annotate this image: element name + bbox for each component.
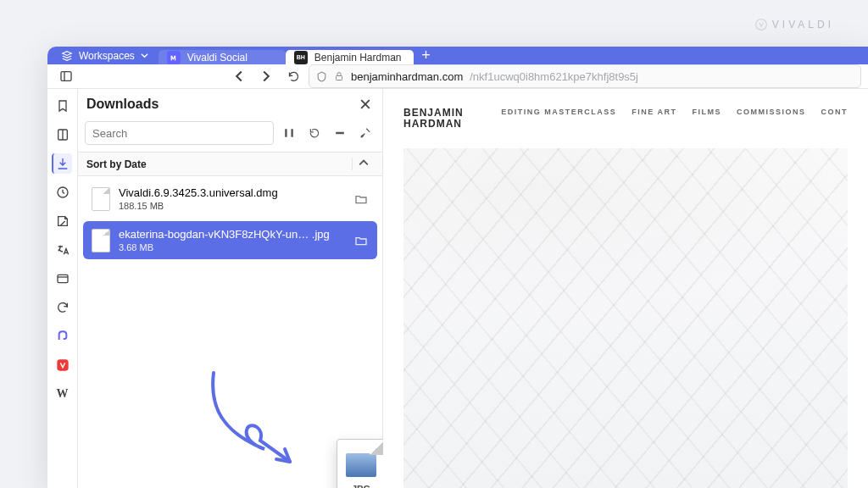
chevron-up-icon — [359, 158, 369, 168]
minus-icon — [335, 128, 345, 138]
download-item[interactable]: Vivaldi.6.9.3425.3.universal.dmg 188.15 … — [83, 180, 377, 218]
rail-notes[interactable] — [53, 211, 73, 231]
shield-icon — [316, 71, 327, 82]
nav-item[interactable]: FINE ART — [632, 108, 676, 116]
web-content: BENJAMIN HARDMAN EDITING MASTERCLASS FIN… — [383, 89, 868, 488]
url-path: /nkf1ucwq0i8hm621kpe7khfj8t9s5j — [470, 70, 638, 83]
rail-wikipedia[interactable]: W — [53, 384, 73, 404]
sort-label: Sort by Date — [86, 158, 147, 170]
svg-rect-9 — [57, 359, 68, 370]
sort-row[interactable]: Sort by Date — [78, 152, 382, 176]
sidebar-icon — [59, 69, 73, 83]
nav-item[interactable]: CONT — [821, 108, 849, 116]
svg-rect-7 — [58, 274, 68, 282]
mastodon-icon — [56, 330, 70, 343]
restart-icon — [309, 127, 320, 139]
rail-window[interactable] — [53, 269, 73, 289]
chevron-left-icon — [233, 70, 245, 82]
rail-sessions[interactable] — [53, 297, 73, 318]
downloads-panel: Downloads Sort by Date — [78, 89, 383, 488]
file-icon — [92, 187, 110, 211]
book-icon — [56, 128, 70, 141]
rail-downloads[interactable] — [52, 153, 72, 174]
download-item-selected[interactable]: ekaterina-bogdan-vKN3F8zHQkY-un… .jpg 3.… — [83, 221, 377, 259]
panel-title: Downloads — [86, 97, 159, 112]
svg-point-0 — [755, 19, 766, 30]
panel-close-button[interactable] — [357, 96, 374, 113]
url-host: benjaminhardman.com — [351, 70, 463, 83]
dragged-thumb — [346, 453, 376, 477]
lock-icon — [334, 71, 344, 81]
vivaldi-watermark: VIVALDI — [755, 19, 834, 30]
hero-image — [403, 148, 848, 488]
tab-vivaldi-social[interactable]: ᴍ Vivaldi Social — [159, 50, 286, 64]
download-filename: ekaterina-bogdan-vKN3F8zHQkY-un… .jpg — [119, 228, 345, 241]
nav-item[interactable]: EDITING MASTERCLASS — [501, 108, 616, 116]
mastodon-favicon-icon: ᴍ — [167, 51, 181, 64]
pause-all-button[interactable] — [279, 121, 299, 145]
folder-open-icon[interactable] — [353, 234, 369, 247]
clear-button[interactable] — [355, 121, 376, 145]
workspaces-icon — [61, 50, 73, 62]
notes-icon — [56, 214, 70, 228]
brand-line2: HARDMAN — [403, 119, 464, 130]
sort-toggle-button[interactable] — [352, 158, 374, 170]
tab-benjamin-hardman[interactable]: BH Benjamin Hardman — [286, 50, 414, 64]
window-icon — [56, 272, 70, 286]
bookmark-icon — [56, 99, 70, 113]
workspaces-button[interactable]: Workspaces — [51, 47, 159, 64]
body-area: W Downloads Sort by Date — [47, 89, 868, 488]
dragged-file-ext: JPG — [352, 484, 370, 488]
toolbar-row: benjaminhardman.com/nkf1ucwq0i8hm621kpe7… — [47, 64, 868, 89]
sync-icon — [56, 301, 70, 314]
rail-translate[interactable] — [53, 240, 73, 260]
folder-open-icon[interactable] — [353, 192, 369, 206]
download-filename: Vivaldi.6.9.3425.3.universal.dmg — [119, 186, 345, 199]
rail-history[interactable] — [53, 182, 73, 202]
watermark-text: VIVALDI — [772, 19, 834, 30]
svg-rect-1 — [61, 72, 71, 81]
tab-label: Benjamin Hardman — [314, 52, 402, 64]
address-bar[interactable]: benjaminhardman.com/nkf1ucwq0i8hm621kpe7… — [309, 64, 861, 88]
browser-window: Workspaces ᴍ Vivaldi Social BH Benjamin … — [47, 47, 868, 488]
rail-bookmarks[interactable] — [53, 96, 73, 116]
broom-icon — [359, 127, 371, 139]
dragged-file-preview: JPG — [337, 439, 386, 488]
file-icon — [92, 229, 110, 252]
reload-icon — [287, 70, 300, 83]
restart-button[interactable] — [304, 121, 325, 145]
download-icon — [56, 157, 70, 170]
vivaldi-icon — [56, 358, 70, 372]
panel-toggle-button[interactable] — [54, 64, 78, 88]
svg-rect-3 — [337, 76, 342, 80]
chevron-right-icon — [260, 70, 272, 82]
downloads-search-input[interactable] — [85, 121, 274, 145]
close-icon — [360, 99, 370, 109]
download-size: 188.15 MB — [119, 201, 345, 211]
site-header: BENJAMIN HARDMAN EDITING MASTERCLASS FIN… — [403, 108, 848, 130]
wikipedia-icon: W — [57, 387, 69, 401]
panel-tool-row — [78, 118, 382, 152]
tab-bar: Workspaces ᴍ Vivaldi Social BH Benjamin … — [47, 47, 868, 64]
translate-icon — [56, 243, 70, 257]
vivaldi-logo-icon — [755, 19, 767, 30]
drag-arrow-illustration — [171, 364, 324, 483]
reload-button[interactable] — [281, 64, 305, 88]
site-nav: EDITING MASTERCLASS FINE ART FILMS COMMI… — [501, 108, 848, 116]
remove-button[interactable] — [330, 121, 350, 145]
downloads-list: Vivaldi.6.9.3425.3.universal.dmg 188.15 … — [78, 176, 382, 263]
rail-vivaldi[interactable] — [53, 355, 73, 375]
download-size: 3.68 MB — [119, 242, 345, 252]
nav-item[interactable]: COMMISSIONS — [737, 108, 806, 116]
nav-item[interactable]: FILMS — [692, 108, 721, 116]
rail-mastodon[interactable] — [53, 326, 73, 347]
new-tab-button[interactable]: + — [414, 47, 439, 64]
nav-forward-button[interactable] — [254, 64, 278, 88]
workspaces-label: Workspaces — [79, 50, 135, 62]
rail-reading-list[interactable] — [53, 125, 73, 145]
nav-back-button[interactable] — [227, 64, 251, 88]
tab-label: Vivaldi Social — [187, 52, 248, 64]
clock-icon — [56, 186, 70, 199]
chevron-down-icon — [141, 52, 148, 59]
site-brand[interactable]: BENJAMIN HARDMAN — [403, 108, 464, 130]
